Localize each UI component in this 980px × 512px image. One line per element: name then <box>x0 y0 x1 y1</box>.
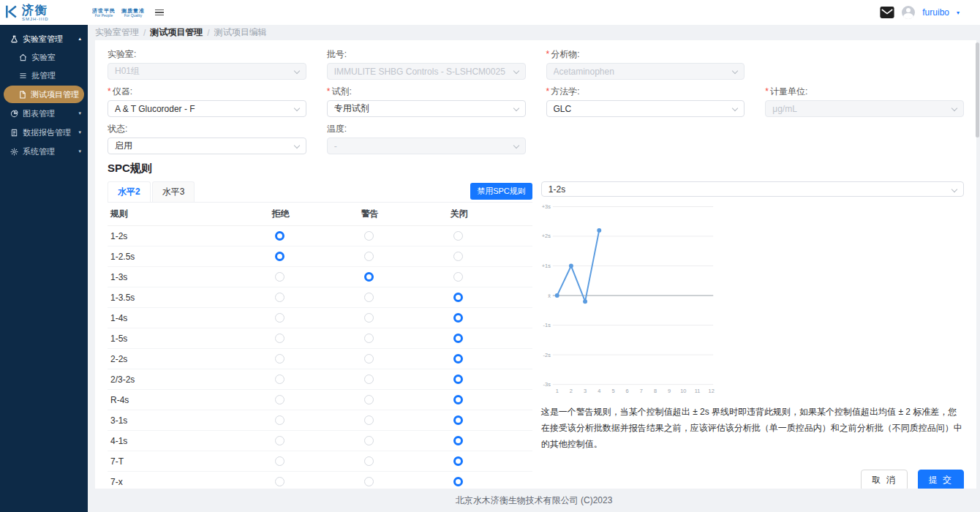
radio-reject-R-4s[interactable] <box>275 395 284 404</box>
radio-reject-3-1s[interactable] <box>275 415 284 425</box>
breadcrumb-item[interactable]: 测试项目管理 <box>150 26 203 39</box>
radio-reject-1-2.5s[interactable] <box>275 252 284 261</box>
radio-warn-R-4s[interactable] <box>364 395 374 404</box>
spc-rule-row: 3-1s <box>108 410 532 431</box>
spc-rule-row: 2-2s <box>108 349 532 369</box>
breadcrumb-item[interactable]: 测试项目编辑 <box>214 26 267 39</box>
sidebar-item-lab-mgmt[interactable]: 实验室管理▴ <box>0 29 88 48</box>
radio-warn-2/3-2s[interactable] <box>364 374 374 384</box>
rule-name: R-4s <box>108 395 269 405</box>
sidebar-item-system-mgmt[interactable]: 系统管理▾ <box>0 142 88 161</box>
batch-select-value: IMMULITE SHBG Controls - S-LSHCM0025 <box>334 67 505 77</box>
tab-level3[interactable]: 水平3 <box>152 181 195 202</box>
sidebar-item-lab[interactable]: 实验室 <box>0 48 88 67</box>
radio-off-1-4s[interactable] <box>453 313 463 323</box>
radio-off-1-3s[interactable] <box>453 272 463 282</box>
radio-warn-7-T[interactable] <box>364 456 374 466</box>
required-star: * <box>327 86 331 97</box>
radio-off-2/3-2s[interactable] <box>453 374 463 384</box>
field-label-unit: *计量单位: <box>765 87 964 97</box>
radio-off-7-x[interactable] <box>453 477 463 486</box>
rule-name: 7-T <box>108 456 269 467</box>
field-reagent: *试剂:专用试剂 <box>327 87 526 117</box>
radio-reject-1-4s[interactable] <box>275 313 284 323</box>
radio-reject-2/3-2s[interactable] <box>275 374 284 384</box>
instrument-select[interactable]: A & T Glucoroder - F <box>108 100 306 117</box>
spc-rules-table: 规则拒绝警告关闭1-2s1-2.5s1-3s1-3.5s1-4s1-5s2-2s… <box>108 203 532 489</box>
radio-warn-1-5s[interactable] <box>364 334 374 343</box>
rule-name: 2-2s <box>108 354 269 364</box>
sidebar-collapse-icon[interactable] <box>155 10 164 16</box>
radio-off-1-2.5s[interactable] <box>453 252 463 261</box>
spc-rule-row: 7-T <box>108 451 532 472</box>
cancel-button[interactable]: 取 消 <box>861 470 907 489</box>
svg-text:6: 6 <box>625 388 628 394</box>
svg-text:10: 10 <box>680 388 686 394</box>
rule-name: 1-3s <box>108 272 269 282</box>
breadcrumb-item[interactable]: 实验室管理 <box>95 26 139 39</box>
tab-level2[interactable]: 水平2 <box>108 181 151 202</box>
radio-warn-1-3.5s[interactable] <box>364 293 374 302</box>
gear-icon <box>10 148 18 156</box>
radio-warn-1-2.5s[interactable] <box>364 252 374 261</box>
spc-section-title: SPC规则 <box>108 162 964 176</box>
brand-subtitle: SMJH-IIID <box>22 17 49 21</box>
caret-up-icon: ▴ <box>78 36 81 42</box>
radio-off-7-T[interactable] <box>453 456 463 466</box>
radio-warn-2-2s[interactable] <box>364 354 374 364</box>
radio-off-4-1s[interactable] <box>453 436 463 445</box>
user-menu-caret-icon[interactable]: ▾ <box>957 10 960 16</box>
radio-warn-1-4s[interactable] <box>364 313 374 323</box>
vertical-scrollbar[interactable] <box>976 42 979 138</box>
radio-warn-1-3s[interactable] <box>364 272 374 282</box>
spc-rule-row: 1-2s <box>108 226 532 246</box>
sidebar-item-label: 实验室管理 <box>23 34 63 45</box>
sidebar-item-batch-mgmt[interactable]: 批管理 <box>0 67 88 85</box>
sidebar-nav: 实验室管理▴实验室批管理测试项目管理图表管理▾数据报告管理▾系统管理▾ <box>0 25 88 512</box>
svg-text:+3s: +3s <box>542 203 551 210</box>
column-header-rule: 规则 <box>108 208 269 220</box>
pie-icon <box>10 110 18 118</box>
rule-select[interactable]: 1-2s <box>541 181 964 197</box>
mail-icon[interactable] <box>880 7 894 18</box>
column-header-warn: 警告 <box>358 208 448 220</box>
radio-off-3-1s[interactable] <box>453 415 463 425</box>
radio-warn-7-x[interactable] <box>364 477 374 486</box>
radio-warn-1-2s[interactable] <box>364 231 374 241</box>
rule-name: 3-1s <box>108 415 269 426</box>
radio-off-R-4s[interactable] <box>453 395 463 404</box>
svg-text:+1s: +1s <box>542 263 551 269</box>
radio-reject-2-2s[interactable] <box>275 354 284 364</box>
rule-name: 7-x <box>108 477 269 487</box>
method-select[interactable]: GLC <box>546 100 745 117</box>
radio-reject-1-5s[interactable] <box>275 334 284 343</box>
radio-warn-4-1s[interactable] <box>364 436 374 445</box>
status-select[interactable]: 启用 <box>108 138 306 154</box>
radio-off-2-2s[interactable] <box>453 354 463 364</box>
radio-reject-1-3s[interactable] <box>275 272 284 282</box>
reagent-select[interactable]: 专用试剂 <box>327 100 526 117</box>
radio-reject-4-1s[interactable] <box>275 436 284 445</box>
unit-select-value: μg/mL <box>772 104 797 114</box>
radio-off-1-2s[interactable] <box>453 231 463 241</box>
sidebar-item-label: 批管理 <box>31 70 56 81</box>
radio-off-1-3.5s[interactable] <box>453 293 463 302</box>
user-avatar[interactable] <box>902 6 915 19</box>
field-label-analyte: *分析物: <box>546 50 745 59</box>
disable-spc-rules-button[interactable]: 禁用SPC规则 <box>470 183 532 200</box>
rule-name: 4-1s <box>108 436 269 446</box>
user-name[interactable]: furuibo <box>922 7 949 18</box>
radio-off-1-5s[interactable] <box>453 334 463 343</box>
footer-text: 北京水木济衡生物技术有限公司 (C)2023 <box>456 494 613 507</box>
sidebar-item-report-mgmt[interactable]: 数据报告管理▾ <box>0 123 88 142</box>
radio-reject-7-x[interactable] <box>275 477 284 486</box>
radio-reject-1-3.5s[interactable] <box>275 293 284 302</box>
radio-reject-7-T[interactable] <box>275 456 284 466</box>
sidebar-item-test-item-mgmt[interactable]: 测试项目管理 <box>4 86 84 103</box>
radio-reject-1-2s[interactable] <box>275 231 284 241</box>
svg-text:-3s: -3s <box>543 381 551 388</box>
radio-warn-3-1s[interactable] <box>364 415 374 425</box>
content-card: 实验室:H01组批号:IMMULITE SHBG Controls - S-LS… <box>95 40 976 489</box>
sidebar-item-chart-mgmt[interactable]: 图表管理▾ <box>0 104 88 123</box>
submit-button[interactable]: 提 交 <box>918 470 964 489</box>
